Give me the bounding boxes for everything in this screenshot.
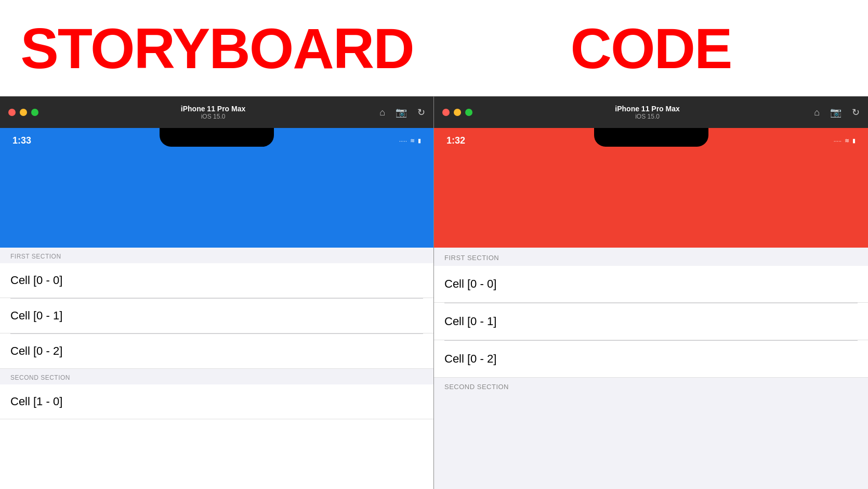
left-table-content: FIRST SECTION Cell [0 - 0] Cell [0 - 1] … <box>0 248 433 489</box>
left-home-icon[interactable]: ⌂ <box>379 107 385 118</box>
right-table-content: FIRST SECTION Cell [0 - 0] Cell [0 - 1] … <box>434 248 868 489</box>
right-traffic-lights <box>442 109 472 116</box>
right-cells-group-0: Cell [0 - 0] Cell [0 - 1] Cell [0 - 2] <box>434 266 868 378</box>
left-signal-icon: ····· <box>399 138 407 144</box>
left-time: 1:33 <box>12 133 31 146</box>
left-cells-group-0: Cell [0 - 0] Cell [0 - 1] Cell [0 - 2] <box>0 263 433 369</box>
right-battery-icon: ▮ <box>852 137 856 144</box>
right-section-header-1: SECOND SECTION <box>434 378 868 394</box>
left-camera-icon[interactable]: 📷 <box>396 107 407 118</box>
right-camera-icon[interactable]: 📷 <box>830 107 841 118</box>
right-time: 1:32 <box>446 133 465 146</box>
left-battery-icon: ▮ <box>418 137 421 144</box>
left-notch <box>160 128 274 147</box>
left-minimize-button[interactable] <box>20 109 27 116</box>
left-wifi-icon: ≋ <box>410 137 415 144</box>
left-section-header-1: SECOND SECTION <box>0 369 433 384</box>
code-label-container: CODE <box>434 15 868 81</box>
right-maximize-button[interactable] <box>465 109 472 116</box>
right-close-button[interactable] <box>442 109 450 116</box>
storyboard-label: STORYBOARD <box>20 15 413 81</box>
left-phone-header: 1:33 ····· ≋ ▮ <box>0 128 433 248</box>
right-titlebar: iPhone 11 Pro Max iOS 15.0 ⌂ 📷 ↻ <box>434 97 868 128</box>
left-phone-screen: 1:33 ····· ≋ ▮ FIRST SECTION Cell [0 - 0… <box>0 128 433 489</box>
right-wifi-icon: ≋ <box>845 137 849 144</box>
right-device-info: iPhone 11 Pro Max iOS 15.0 <box>481 105 814 120</box>
left-cell-0-2[interactable]: Cell [0 - 2] <box>0 334 433 369</box>
right-cell-0-2[interactable]: Cell [0 - 2] <box>434 341 868 378</box>
left-cell-0-0[interactable]: Cell [0 - 0] <box>0 263 433 298</box>
left-ios-version: iOS 15.0 <box>201 113 226 120</box>
right-phone-screen: 1:32 ····· ≋ ▮ FIRST SECTION Cell [0 - 0… <box>434 128 868 489</box>
right-signal-icon: ····· <box>834 138 841 144</box>
left-section-header-0: FIRST SECTION <box>0 248 433 263</box>
left-cells-group-1: Cell [1 - 0] <box>0 384 433 419</box>
left-toolbar-icons: ⌂ 📷 ↻ <box>379 107 425 118</box>
right-home-icon[interactable]: ⌂ <box>814 107 820 118</box>
left-traffic-lights <box>8 109 38 116</box>
right-minimize-button[interactable] <box>454 109 461 116</box>
right-device-name: iPhone 11 Pro Max <box>615 105 679 113</box>
storyboard-label-container: STORYBOARD <box>0 15 434 81</box>
code-label: CODE <box>571 15 732 81</box>
right-simulator: iPhone 11 Pro Max iOS 15.0 ⌂ 📷 ↻ 1:32 ··… <box>434 96 868 489</box>
right-status-icons: ····· ≋ ▮ <box>834 133 856 144</box>
left-maximize-button[interactable] <box>31 109 38 116</box>
right-cell-0-1[interactable]: Cell [0 - 1] <box>434 303 868 340</box>
left-titlebar: iPhone 11 Pro Max iOS 15.0 ⌂ 📷 ↻ <box>0 97 433 128</box>
right-ios-version: iOS 15.0 <box>635 113 660 120</box>
right-rotate-icon[interactable]: ↻ <box>852 107 860 118</box>
right-cell-0-0[interactable]: Cell [0 - 0] <box>434 266 868 303</box>
left-simulator: iPhone 11 Pro Max iOS 15.0 ⌂ 📷 ↻ 1:33 ··… <box>0 96 434 489</box>
left-rotate-icon[interactable]: ↻ <box>417 107 425 118</box>
left-close-button[interactable] <box>8 109 16 116</box>
left-status-icons: ····· ≋ ▮ <box>399 133 421 144</box>
right-section-header-0: FIRST SECTION <box>434 248 868 266</box>
left-cell-1-0[interactable]: Cell [1 - 0] <box>0 384 433 419</box>
left-device-name: iPhone 11 Pro Max <box>181 105 245 113</box>
right-phone-header: 1:32 ····· ≋ ▮ <box>434 128 868 248</box>
left-device-info: iPhone 11 Pro Max iOS 15.0 <box>47 105 379 120</box>
simulators-row: iPhone 11 Pro Max iOS 15.0 ⌂ 📷 ↻ 1:33 ··… <box>0 96 868 489</box>
left-cell-0-1[interactable]: Cell [0 - 1] <box>0 299 433 333</box>
right-notch <box>594 128 708 147</box>
right-toolbar-icons: ⌂ 📷 ↻ <box>814 107 860 118</box>
labels-row: STORYBOARD CODE <box>0 0 868 96</box>
